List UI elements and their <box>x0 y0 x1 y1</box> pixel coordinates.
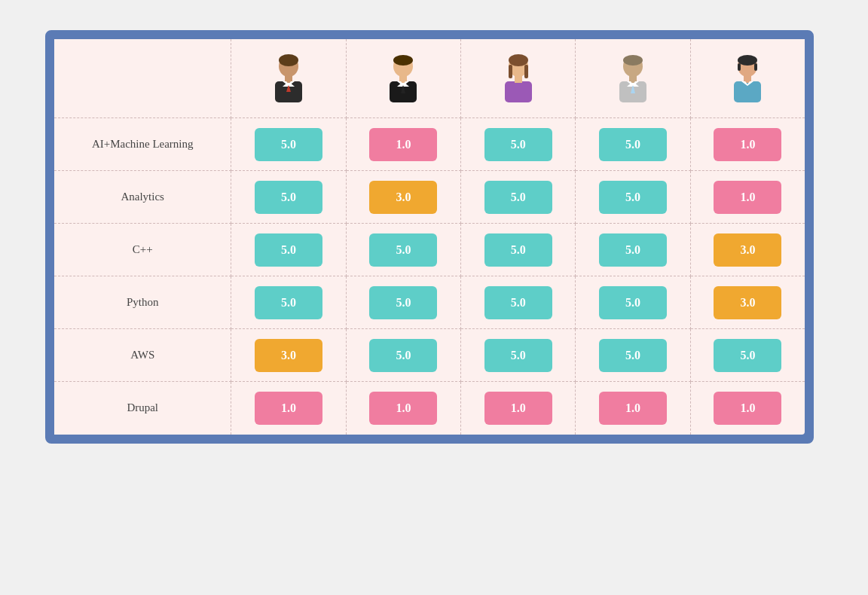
avatar-header-4 <box>576 39 690 118</box>
score-cell-2-0: 5.0 <box>231 224 346 276</box>
score-box: 1.0 <box>714 181 781 214</box>
score-cell-0-1: 1.0 <box>346 118 460 171</box>
svg-rect-16 <box>509 65 512 78</box>
score-cell-1-0: 5.0 <box>231 171 346 224</box>
svg-rect-18 <box>505 81 532 102</box>
table-row: C++5.05.05.05.03.0 <box>54 224 805 276</box>
score-cell-1-3: 5.0 <box>576 171 690 224</box>
score-box: 3.0 <box>369 181 437 214</box>
score-cell-0-2: 5.0 <box>461 118 576 171</box>
score-box: 3.0 <box>714 233 781 267</box>
skill-matrix-inner: AI+Machine Learning5.01.05.05.01.0Analyt… <box>54 39 805 435</box>
score-box: 5.0 <box>369 339 437 372</box>
svg-point-15 <box>509 54 528 66</box>
score-box: 5.0 <box>484 233 552 267</box>
score-box: 1.0 <box>599 392 667 425</box>
score-box: 5.0 <box>255 181 322 214</box>
score-box: 3.0 <box>255 339 322 372</box>
score-box: 5.0 <box>599 181 667 214</box>
score-box: 5.0 <box>714 339 781 372</box>
row-label-1: Analytics <box>54 171 231 224</box>
score-cell-5-0: 1.0 <box>231 382 346 435</box>
score-box: 5.0 <box>484 181 552 214</box>
score-box: 5.0 <box>255 233 322 267</box>
svg-point-8 <box>393 55 413 66</box>
score-box: 3.0 <box>714 286 781 319</box>
svg-rect-17 <box>524 65 528 78</box>
table-row: Analytics5.03.05.05.01.0 <box>54 171 805 224</box>
svg-point-21 <box>623 55 643 66</box>
score-cell-2-2: 5.0 <box>461 224 576 276</box>
skill-matrix-table: AI+Machine Learning5.01.05.05.01.0Analyt… <box>54 39 805 435</box>
table-row: AWS3.05.05.05.05.0 <box>54 329 805 382</box>
corner-header <box>54 39 231 118</box>
score-cell-3-1: 5.0 <box>346 276 460 329</box>
score-cell-3-3: 5.0 <box>576 276 690 329</box>
score-box: 1.0 <box>369 392 437 425</box>
score-cell-2-1: 5.0 <box>346 224 460 276</box>
score-cell-4-2: 5.0 <box>461 329 576 382</box>
score-cell-0-4: 1.0 <box>690 118 805 171</box>
score-cell-1-1: 3.0 <box>346 171 460 224</box>
score-cell-4-4: 5.0 <box>690 329 805 382</box>
score-box: 5.0 <box>599 286 667 319</box>
score-cell-4-3: 5.0 <box>576 329 690 382</box>
score-box: 5.0 <box>369 233 437 267</box>
score-box: 5.0 <box>484 128 552 161</box>
score-cell-5-4: 1.0 <box>690 382 805 435</box>
score-cell-1-4: 1.0 <box>690 171 805 224</box>
svg-point-1 <box>279 54 298 66</box>
table-row: Drupal1.01.01.01.01.0 <box>54 382 805 435</box>
row-label-5: Drupal <box>54 382 231 435</box>
score-cell-4-0: 3.0 <box>231 329 346 382</box>
score-box: 1.0 <box>255 392 322 425</box>
score-cell-0-3: 5.0 <box>576 118 690 171</box>
svg-rect-29 <box>738 63 741 71</box>
score-cell-2-3: 5.0 <box>576 224 690 276</box>
score-box: 5.0 <box>599 233 667 267</box>
score-cell-5-3: 1.0 <box>576 382 690 435</box>
score-box: 5.0 <box>484 339 552 372</box>
score-box: 5.0 <box>599 128 667 161</box>
score-box: 5.0 <box>484 286 552 319</box>
score-cell-2-4: 3.0 <box>690 224 805 276</box>
avatar-header-5 <box>690 39 805 118</box>
svg-rect-19 <box>515 75 522 83</box>
avatar-header-1 <box>231 39 346 118</box>
svg-rect-30 <box>754 63 757 71</box>
score-cell-4-1: 5.0 <box>346 329 460 382</box>
score-box: 5.0 <box>255 128 322 161</box>
skill-matrix-wrapper: AI+Machine Learning5.01.05.05.01.0Analyt… <box>45 30 814 444</box>
score-cell-1-2: 5.0 <box>461 171 576 224</box>
score-box: 1.0 <box>714 128 781 161</box>
score-cell-3-4: 3.0 <box>690 276 805 329</box>
avatar-header-3 <box>461 39 576 118</box>
score-box: 1.0 <box>714 392 781 425</box>
score-box: 5.0 <box>255 286 322 319</box>
avatar-header-2 <box>346 39 460 118</box>
score-box: 1.0 <box>369 128 437 161</box>
score-cell-3-2: 5.0 <box>461 276 576 329</box>
score-cell-5-2: 1.0 <box>461 382 576 435</box>
score-box: 1.0 <box>484 392 552 425</box>
score-cell-5-1: 1.0 <box>346 382 460 435</box>
score-box: 5.0 <box>599 339 667 372</box>
table-row: Python5.05.05.05.03.0 <box>54 276 805 329</box>
row-label-4: AWS <box>54 329 231 382</box>
row-label-3: Python <box>54 276 231 329</box>
row-label-0: AI+Machine Learning <box>54 118 231 171</box>
row-label-2: C++ <box>54 224 231 276</box>
score-cell-3-0: 5.0 <box>231 276 346 329</box>
score-cell-0-0: 5.0 <box>231 118 346 171</box>
table-row: AI+Machine Learning5.01.05.05.01.0 <box>54 118 805 171</box>
score-box: 5.0 <box>369 286 437 319</box>
svg-point-28 <box>738 55 757 66</box>
